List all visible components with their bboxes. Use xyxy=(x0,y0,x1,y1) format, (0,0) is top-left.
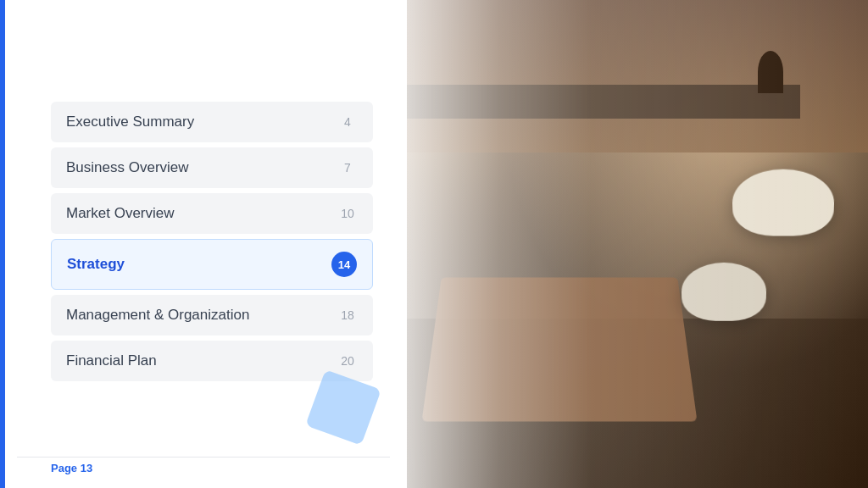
footer-prefix: Page xyxy=(51,462,81,474)
toc-page-number: 7 xyxy=(337,161,358,175)
toc-item-label: Financial Plan xyxy=(66,352,157,369)
toc-item-label: Business Overview xyxy=(66,159,189,176)
toc-item-label: Strategy xyxy=(67,256,125,273)
toc-item-label: Management & Organization xyxy=(66,307,249,324)
toc-item-label: Executive Summary xyxy=(66,114,194,130)
footer-divider xyxy=(17,457,390,458)
toc-page-number: 4 xyxy=(337,115,358,129)
toc-item[interactable]: Executive Summary4 xyxy=(51,102,373,142)
toc-item[interactable]: Market Overview10 xyxy=(51,193,373,234)
toc-page-number: 10 xyxy=(337,207,358,220)
toc-page-number: 20 xyxy=(337,354,358,368)
left-panel: Executive Summary4Business Overview7Mark… xyxy=(0,0,407,488)
right-panel-image xyxy=(407,0,868,488)
toc-page-number: 14 xyxy=(331,252,357,277)
table-of-contents: Executive Summary4Business Overview7Mark… xyxy=(51,102,373,386)
footer-page-number: 13 xyxy=(81,462,92,474)
toc-item[interactable]: Management & Organization18 xyxy=(51,295,373,336)
toc-item[interactable]: Strategy14 xyxy=(51,239,373,290)
toc-page-number: 18 xyxy=(337,308,358,322)
light-overlay xyxy=(407,0,868,488)
toc-item[interactable]: Business Overview7 xyxy=(51,147,373,188)
page-footer: Page 13 xyxy=(51,462,92,474)
toc-item-label: Market Overview xyxy=(66,205,175,222)
blue-accent-bar xyxy=(0,0,5,488)
